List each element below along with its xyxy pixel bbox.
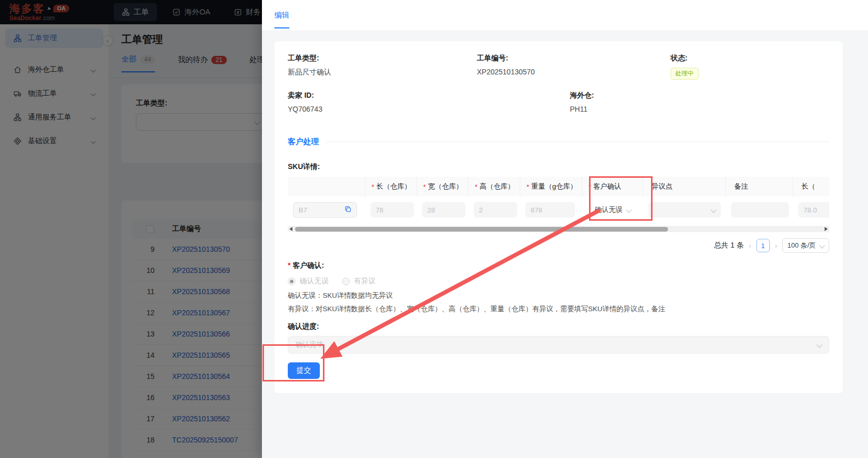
chevron-down-icon [819,242,825,248]
radio-no-dispute: 确认无误 [288,277,329,286]
page-number-button[interactable]: 1 [756,239,770,252]
horizontal-scrollbar[interactable] [288,226,829,232]
drawer-tab-strip: 编辑 [262,0,868,31]
field-seller-id: 卖家 ID: YQ706743 [288,91,570,113]
width-input: 28 [422,202,466,218]
sku-pagination: 总共 1 条 ‹ 1 › 100 条/页 [288,238,829,253]
submit-button[interactable]: 提交 [288,362,320,379]
confirm-radio-group: 确认无误 有异议 [288,277,829,286]
field-warehouse: 海外仓: PH11 [570,91,829,113]
status-badge: 处理中 [671,68,699,80]
sku-col-remark: 备注 [726,177,793,223]
sku-col-width: *宽（仓库） 28 [417,177,469,223]
chevron-down-icon [626,207,631,212]
edit-drawer: 编辑 工单类型: 新品尺寸确认 工单编号: XP202510130570 状态:… [262,0,868,458]
tab-edit[interactable]: 编辑 [274,10,289,28]
sku-col-sku: B7 [288,177,365,223]
chevron-down-icon [710,207,716,212]
sku-code-input: B7 [293,202,357,218]
info-row-2: 卖家 ID: YQ706743 海外仓: PH11 [288,91,829,113]
sku-col-height: *高（仓库） 2 [469,177,520,223]
sku-col-length: *长（仓库） 78 [365,177,417,223]
section-divider [326,142,829,142]
progress-label: 确认进度: [288,322,829,331]
chevron-down-icon [816,342,822,347]
page-size-select[interactable]: 100 条/页 [782,238,829,253]
scroll-right-icon[interactable] [825,227,828,231]
sku-col-dispute: 异议点 [643,177,726,223]
dispute-select [648,202,721,218]
remark-input [731,202,789,218]
sku-detail-label: SKU详情: [288,162,829,172]
edit-form-card: 工单类型: 新品尺寸确认 工单编号: XP202510130570 状态: 处理… [274,41,843,393]
field-order-no: 工单编号: XP202510130570 [477,54,671,80]
field-order-type: 工单类型: 新品尺寸确认 [288,54,477,80]
sku-col-weight: *重量（g仓库） 878 [520,177,582,223]
field-status: 状态: 处理中 [671,54,829,80]
radio-checked-icon [288,278,296,285]
confirm-help-1: 确认无误：SKU详情数据均无异议 [288,291,829,300]
weight-input: 878 [525,202,575,218]
copy-icon[interactable] [345,206,351,214]
confirm-label: 客户确认: [292,261,324,269]
prev-page-icon[interactable]: ‹ [749,242,751,250]
sku-col-customer-confirm: *客户确认 确认无误 [582,177,643,223]
customer-confirm-select[interactable]: 确认无误 [587,205,631,215]
radio-has-dispute: 有异议 [342,277,376,286]
radio-unchecked-icon [342,278,350,285]
info-row-1: 工单类型: 新品尺寸确认 工单编号: XP202510130570 状态: 处理… [288,54,829,80]
progress-select: 确认完毕 [288,336,829,354]
length2-input: 78.0 [798,202,829,218]
length-input: 78 [370,202,414,218]
scrollbar-thumb[interactable] [295,227,668,232]
customer-handling-section: 客户处理 [288,137,829,147]
height-input: 2 [474,202,517,218]
customer-confirm-block: *客户确认: 确认无误 有异议 确认无误：SKU详情数据均无异议 有异议：对SK… [288,261,829,314]
pagination-total: 总共 1 条 [714,241,744,250]
sku-col-length-2: 长（ 78.0 [793,177,829,223]
confirm-help-2: 有异议：对SKU详情数据长（仓库）、宽（仓库）、高（仓库）、重量（仓库）有异议，… [288,304,829,314]
sku-detail-table: B7 *长（仓库） 78 *宽（仓库） 28 *高（仓库） 2 [288,177,829,232]
scroll-left-icon[interactable] [289,227,292,231]
next-page-icon[interactable]: › [775,242,777,250]
